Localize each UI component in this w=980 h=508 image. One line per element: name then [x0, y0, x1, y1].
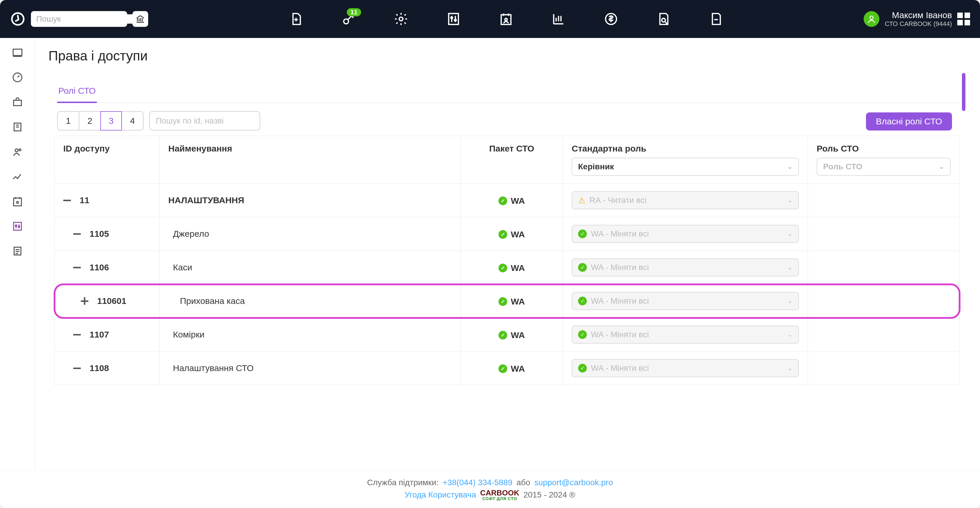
collapse-icon[interactable] — [73, 334, 81, 335]
sidebar-users-icon[interactable] — [12, 146, 23, 158]
row-std-select[interactable]: WA - Міняти всі⌄ — [572, 258, 799, 276]
table-row: 11НАЛАШТУВАННЯWA⚠RA - Читати всі⌄ — [54, 184, 959, 217]
brand-logo: CARBOOK СОФТ ДЛЯ СТО — [480, 489, 519, 501]
permissions-table: ID доступу Найменування Пакет СТО Станда… — [54, 136, 959, 385]
support-phone[interactable]: +38(044) 334-5889 — [443, 478, 512, 487]
collapse-icon[interactable] — [73, 233, 81, 235]
sidebar-list-icon[interactable] — [12, 245, 23, 257]
search-input[interactable] — [36, 14, 141, 24]
page-3[interactable]: 3 — [100, 111, 122, 131]
chevron-down-icon: ⌄ — [787, 196, 792, 204]
row-name: Джерело — [168, 229, 452, 239]
row-std-label: RA - Читати всі — [589, 196, 646, 205]
filter-input[interactable] — [150, 111, 260, 131]
th-name: Найменування — [159, 136, 461, 184]
sidebar-dashboard-icon[interactable] — [12, 47, 23, 58]
collapse-icon[interactable] — [73, 267, 81, 268]
page-1[interactable]: 1 — [57, 111, 79, 131]
row-id: 1107 — [89, 330, 109, 340]
key-icon[interactable]: 11 — [341, 12, 356, 26]
row-name: Каси — [168, 262, 452, 272]
gear-icon[interactable] — [394, 12, 408, 26]
svg-point-19 — [16, 201, 18, 203]
check-icon — [498, 230, 507, 239]
collapse-icon[interactable] — [73, 367, 81, 369]
sidebar-sliders-icon[interactable] — [12, 220, 23, 232]
chart-icon[interactable] — [551, 12, 566, 26]
logo-icon[interactable] — [10, 11, 25, 27]
svg-point-21 — [15, 225, 17, 227]
content-panel: Ролі СТО 1234 Власні ролі СТО — [48, 72, 967, 470]
svg-rect-14 — [13, 100, 21, 105]
row-std-select[interactable]: WA - Міняти всі⌄ — [572, 292, 799, 310]
chevron-down-icon: ⌄ — [939, 163, 944, 171]
chevron-down-icon: ⌄ — [787, 364, 792, 372]
row-std-label: WA - Міняти всі — [591, 364, 649, 373]
th-role: Роль СТО Роль СТО ⌄ — [808, 136, 959, 184]
row-name: Налаштування СТО — [168, 363, 452, 373]
th-pkg: Пакет СТО — [461, 136, 563, 184]
page-title: Права і доступи — [48, 48, 967, 64]
minus-doc-icon[interactable] — [709, 12, 723, 26]
std-role-select[interactable]: Керівник ⌄ — [572, 158, 799, 176]
svg-point-2 — [344, 19, 348, 24]
chevron-down-icon: ⌄ — [787, 331, 792, 339]
row-pkg: WA — [511, 330, 525, 340]
page-2[interactable]: 2 — [79, 111, 100, 131]
sidebar-calendar-icon[interactable] — [12, 196, 23, 207]
user-agreement-link[interactable]: Угода Користувача — [405, 490, 476, 500]
svg-point-6 — [454, 19, 456, 21]
calendar-user-icon[interactable] — [499, 12, 513, 26]
sidebar-book-icon[interactable] — [12, 121, 23, 133]
svg-rect-12 — [13, 49, 22, 56]
app-header: 11 — [0, 0, 980, 38]
row-id: 1105 — [89, 229, 109, 239]
row-std-select[interactable]: WA - Міняти всі⌄ — [572, 326, 799, 343]
check-icon — [578, 263, 587, 272]
check-icon — [578, 230, 587, 238]
dollar-icon[interactable] — [604, 12, 618, 26]
check-icon — [578, 364, 587, 372]
user-info[interactable]: Максим Іванов СТО CARBOOK (9444) — [885, 10, 952, 28]
row-std-label: WA - Міняти всі — [591, 330, 649, 339]
apps-grid-icon[interactable] — [957, 13, 970, 26]
row-name: Прихована каса — [168, 296, 452, 306]
tab-roles-sto[interactable]: Ролі СТО — [57, 84, 97, 103]
table-row: 1106КасиWAWA - Міняти всі⌄ — [54, 251, 959, 284]
page-4[interactable]: 4 — [122, 111, 143, 131]
row-pkg: WA — [511, 196, 525, 206]
check-icon — [498, 297, 507, 306]
role-select[interactable]: Роль СТО ⌄ — [817, 158, 951, 176]
own-roles-button[interactable]: Власні ролі СТО — [866, 112, 952, 131]
sliders-icon[interactable] — [446, 12, 461, 26]
row-std-select[interactable]: WA - Міняти всі⌄ — [572, 225, 799, 243]
search-doc-icon[interactable] — [656, 12, 671, 26]
svg-point-5 — [450, 17, 452, 19]
svg-point-11 — [870, 16, 873, 19]
chevron-down-icon: ⌄ — [787, 163, 792, 171]
sidebar-trend-icon[interactable] — [12, 171, 23, 182]
support-email[interactable]: support@carbook.pro — [535, 478, 613, 487]
user-name: Максим Іванов — [892, 10, 952, 20]
row-id: 11 — [80, 195, 89, 205]
pagination: 1234 — [57, 111, 143, 131]
new-document-icon[interactable] — [289, 12, 303, 26]
svg-rect-20 — [13, 222, 21, 230]
home-bank-button[interactable] — [132, 11, 148, 27]
sidebar-gauge-icon[interactable] — [12, 72, 23, 83]
svg-point-10 — [662, 18, 665, 22]
collapse-icon[interactable] — [63, 200, 71, 201]
expand-icon[interactable] — [81, 300, 88, 302]
svg-rect-4 — [449, 13, 458, 24]
global-search[interactable] — [31, 11, 127, 27]
sidebar-briefcase-icon[interactable] — [12, 96, 23, 108]
scrollbar-thumb[interactable] — [962, 73, 966, 111]
row-std-select[interactable]: ⚠RA - Читати всі⌄ — [572, 191, 799, 209]
check-icon — [498, 364, 507, 373]
row-id: 1106 — [89, 262, 109, 272]
check-icon — [498, 264, 507, 272]
avatar[interactable] — [864, 11, 880, 27]
row-std-select[interactable]: WA - Міняти всі⌄ — [572, 359, 799, 377]
check-icon — [498, 331, 507, 340]
table-row: 110601Прихована касаWAWA - Міняти всі⌄ — [54, 284, 959, 318]
